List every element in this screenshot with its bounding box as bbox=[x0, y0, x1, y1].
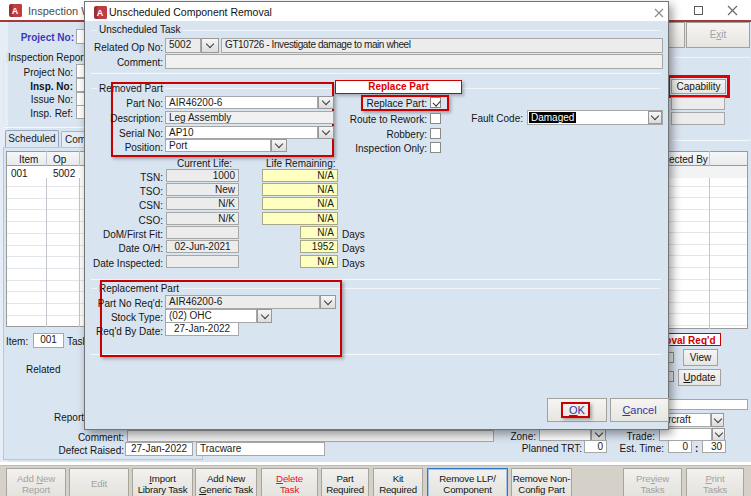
svg-text:A: A bbox=[12, 6, 19, 16]
svg-text:A: A bbox=[97, 8, 104, 18]
